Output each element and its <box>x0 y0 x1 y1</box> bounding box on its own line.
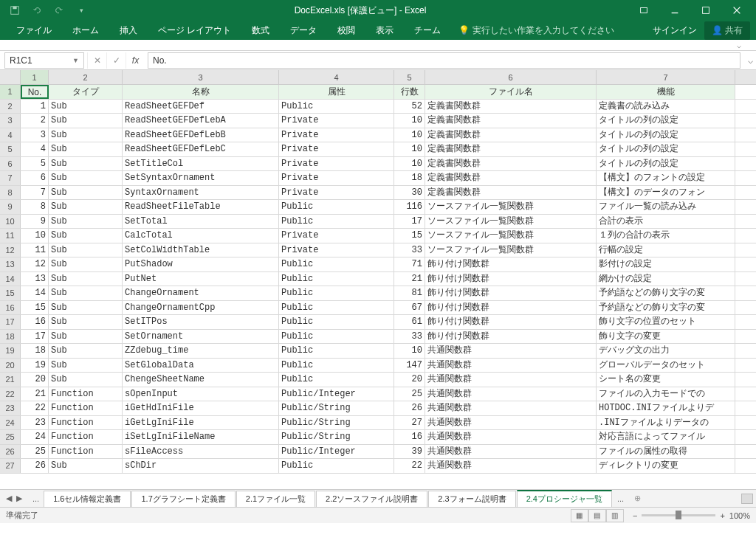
cell-type[interactable]: Function <box>49 430 123 444</box>
cell-file[interactable]: 定義書関数群 <box>425 157 597 171</box>
cell-lines[interactable]: 10 <box>394 128 425 142</box>
cell-name[interactable]: ChengeSheetName <box>123 373 279 387</box>
cell-func[interactable]: グローバルデータのセット <box>597 359 735 373</box>
cell-no[interactable]: 8 <box>21 200 49 214</box>
header-cell[interactable]: 名称 <box>123 85 279 99</box>
cell-func[interactable]: １列の合計の表示 <box>597 229 735 243</box>
header-cell[interactable]: タイプ <box>49 85 123 99</box>
cell-file[interactable]: 飾り付け関数群 <box>425 301 597 315</box>
formula-input[interactable]: No. <box>148 52 740 69</box>
cell-file[interactable]: 定義書関数群 <box>425 171 597 185</box>
cell-func[interactable]: タイトルの列の設定 <box>597 128 735 142</box>
cell-func[interactable]: デバッグ文の出力 <box>597 344 735 358</box>
row-header[interactable]: 11 <box>0 229 21 243</box>
cell-lines[interactable]: 116 <box>394 200 425 214</box>
cell-attr[interactable]: Public <box>279 359 394 373</box>
cell-attr[interactable]: Public/Integer <box>279 387 394 401</box>
enter-icon[interactable]: ✓ <box>106 52 126 69</box>
cell-no[interactable]: 3 <box>21 128 49 142</box>
cell-type[interactable]: Sub <box>49 229 123 243</box>
cell-attr[interactable]: Public <box>279 272 394 286</box>
cell-file[interactable]: ソースファイル一覧関数群 <box>425 215 597 229</box>
cell-file[interactable]: 共通関数群 <box>425 387 597 401</box>
cell-name[interactable]: sChDir <box>123 459 279 473</box>
cell-type[interactable]: Sub <box>49 114 123 128</box>
cell-func[interactable]: 行幅の設定 <box>597 243 735 257</box>
row-header[interactable]: 18 <box>0 330 21 344</box>
cell-no[interactable]: 25 <box>21 445 49 459</box>
cell-file[interactable]: ソースファイル一覧関数群 <box>425 243 597 257</box>
cell-no[interactable]: 17 <box>21 330 49 344</box>
name-box[interactable]: R1C1▼ <box>4 52 84 69</box>
row-header[interactable]: 9 <box>0 200 21 214</box>
cell-file[interactable]: 共通関数群 <box>425 401 597 415</box>
cell-lines[interactable]: 52 <box>394 100 425 114</box>
cell-lines[interactable]: 10 <box>394 114 425 128</box>
cell-lines[interactable]: 16 <box>394 430 425 444</box>
cell-type[interactable]: Sub <box>49 128 123 142</box>
cell-func[interactable]: 【構文】のデータのフォン <box>597 186 735 200</box>
header-cell[interactable]: No. <box>21 85 49 99</box>
col-header[interactable]: 5 <box>394 70 425 84</box>
cell-type[interactable]: Sub <box>49 272 123 286</box>
cell-file[interactable]: ソースファイル一覧関数群 <box>425 200 597 214</box>
cell-attr[interactable]: Public <box>279 200 394 214</box>
cell-func[interactable]: シート名の変更 <box>597 373 735 387</box>
cell-type[interactable]: Sub <box>49 301 123 315</box>
cell-func[interactable]: 定義書の読み込み <box>597 100 735 114</box>
cell-type[interactable]: Sub <box>49 359 123 373</box>
row-header[interactable]: 13 <box>0 257 21 272</box>
cell-attr[interactable]: Public <box>279 459 394 473</box>
select-all-corner[interactable] <box>0 70 21 84</box>
cell-func[interactable]: タイトルの列の設定 <box>597 142 735 156</box>
col-header[interactable]: 3 <box>123 70 279 84</box>
cell-attr[interactable]: Public <box>279 257 394 272</box>
row-header[interactable]: 27 <box>0 459 21 473</box>
tab-review[interactable]: 校閲 <box>327 21 365 40</box>
zoom-value[interactable]: 100% <box>729 511 750 520</box>
cell-no[interactable]: 15 <box>21 301 49 315</box>
cell-type[interactable]: Sub <box>49 157 123 171</box>
cell-attr[interactable]: Public/String <box>279 401 394 415</box>
tab-home[interactable]: ホーム <box>62 21 109 40</box>
cell-file[interactable]: 飾り付け関数群 <box>425 315 597 329</box>
cell-attr[interactable]: Private <box>279 171 394 185</box>
cell-lines[interactable]: 18 <box>394 171 425 185</box>
cell-attr[interactable]: Public <box>279 344 394 358</box>
cell-lines[interactable]: 81 <box>394 286 425 300</box>
cell-no[interactable]: 23 <box>21 416 49 430</box>
cell-func[interactable]: 飾り文字の変更 <box>597 330 735 344</box>
cell-name[interactable]: CalcTotal <box>123 229 279 243</box>
cell-type[interactable]: Sub <box>49 373 123 387</box>
row-header[interactable]: 21 <box>0 373 21 387</box>
cell-lines[interactable]: 20 <box>394 373 425 387</box>
cell-lines[interactable]: 17 <box>394 215 425 229</box>
cell-name[interactable]: iGetLgIniFile <box>123 416 279 430</box>
cell-type[interactable]: Sub <box>49 200 123 214</box>
cell-file[interactable]: 定義書関数群 <box>425 114 597 128</box>
row-header[interactable]: 1 <box>0 85 21 99</box>
cell-func[interactable]: .INIファイルよりデータの <box>597 416 735 430</box>
cell-type[interactable]: Sub <box>49 100 123 114</box>
cell-lines[interactable]: 21 <box>394 272 425 286</box>
cell-attr[interactable]: Private <box>279 243 394 257</box>
cell-func[interactable]: HOTDOC.INIファイルよりデ <box>597 401 735 415</box>
cell-no[interactable]: 12 <box>21 257 49 272</box>
header-cell[interactable]: ファイル名 <box>425 85 597 99</box>
cell-type[interactable]: Sub <box>49 330 123 344</box>
cell-lines[interactable]: 30 <box>394 186 425 200</box>
tell-me[interactable]: 💡実行したい作業を入力してください <box>451 24 622 37</box>
cell-no[interactable]: 21 <box>21 387 49 401</box>
cell-no[interactable]: 6 <box>21 171 49 185</box>
cell-attr[interactable]: Public/String <box>279 430 394 444</box>
cell-name[interactable]: SyntaxOrnament <box>123 186 279 200</box>
cell-attr[interactable]: Private <box>279 229 394 243</box>
cell-no[interactable]: 22 <box>21 401 49 415</box>
row-header[interactable]: 16 <box>0 301 21 315</box>
cell-name[interactable]: SetSyntaxOrnament <box>123 171 279 185</box>
cell-file[interactable]: 共通関数群 <box>425 445 597 459</box>
cell-file[interactable]: 共通関数群 <box>425 344 597 358</box>
tab-formulas[interactable]: 数式 <box>241 21 280 40</box>
cell-file[interactable]: 共通関数群 <box>425 459 597 473</box>
cell-name[interactable]: ReadSheetGEFDef <box>123 100 279 114</box>
